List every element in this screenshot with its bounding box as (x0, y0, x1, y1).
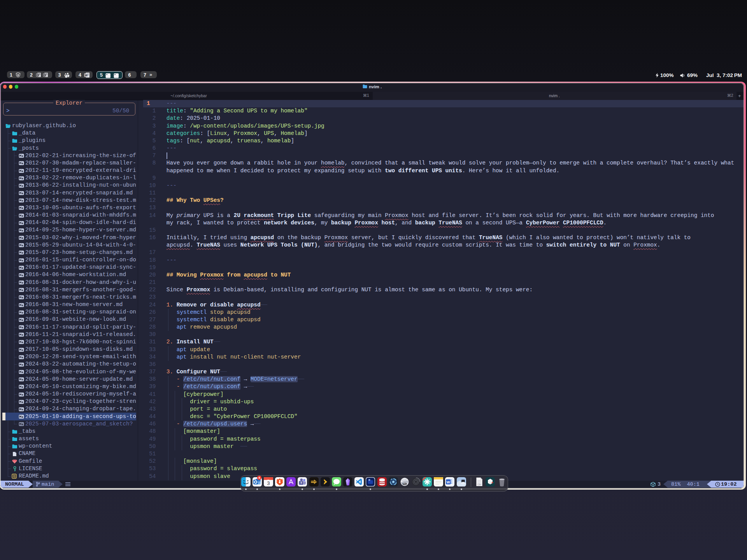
svg-text:Pro: Pro (403, 483, 406, 485)
svg-text:CSV: CSV (477, 484, 481, 486)
svg-text:T: T (65, 74, 67, 77)
svg-text:T: T (300, 481, 302, 485)
svg-text:W: W (447, 480, 450, 484)
svg-text:3: 3 (267, 480, 270, 486)
svg-text:W: W (85, 73, 88, 77)
